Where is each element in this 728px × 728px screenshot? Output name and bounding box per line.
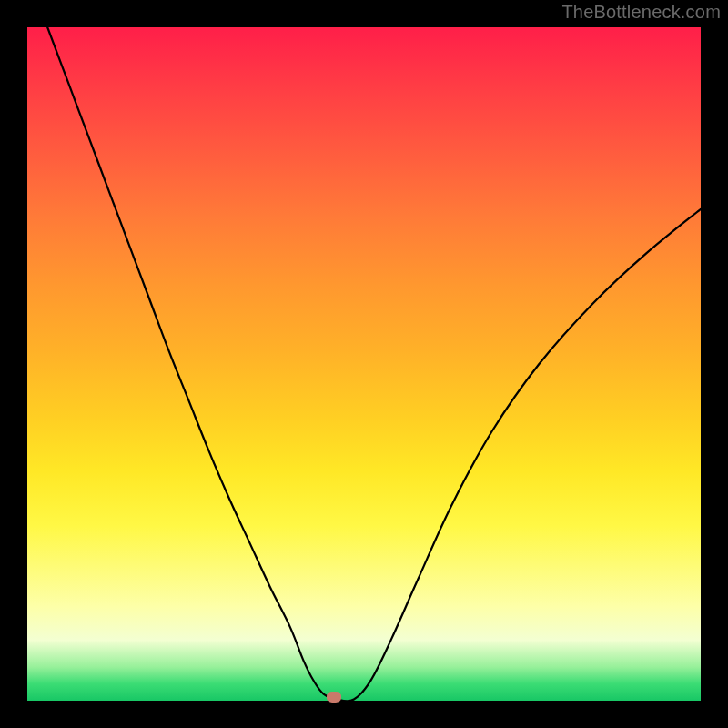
watermark-text: TheBottleneck.com [561,2,721,23]
bottleneck-curve [27,27,701,701]
optimum-marker [327,692,341,703]
chart-frame: TheBottleneck.com [0,0,728,728]
plot-area [27,27,701,701]
